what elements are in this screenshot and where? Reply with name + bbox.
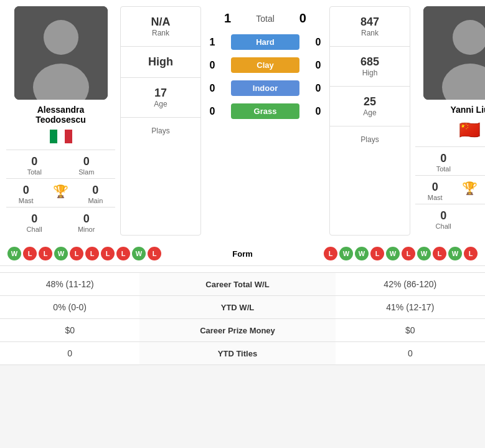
bottom-stats: 48% (11-12)Career Total W/L42% (86-120)0… <box>0 272 485 365</box>
player1-minor-value: 0 <box>83 212 90 226</box>
form-badge-l: L <box>464 247 478 260</box>
player2-avatar <box>423 6 486 100</box>
player1-chall-label: Chall <box>27 226 42 233</box>
form-badge-l: L <box>23 247 37 260</box>
player1-plays-label: Plays <box>127 126 194 135</box>
form-label: Form <box>161 249 324 259</box>
player1-slam-stat: 0 Slam <box>78 155 94 176</box>
match-total-label: Total <box>256 14 275 24</box>
stats-right-value: $0 <box>336 319 485 342</box>
player2-name: Yanni Liu <box>450 105 485 115</box>
form-badge-w: W <box>132 247 146 260</box>
player2-flag: 🇨🇳 <box>459 120 481 140</box>
player2-total-label: Total <box>436 165 451 173</box>
trophy-icon: 🏆 <box>53 184 68 199</box>
stats-center-label: YTD Titles <box>139 342 335 365</box>
stats-center-label: YTD W/L <box>139 296 335 319</box>
player1-slam-label: Slam <box>78 168 94 176</box>
player2-name-flag: Yanni Liu 🇨🇳 <box>450 100 485 144</box>
player1-stat-row-3: 0 Chall 0 Minor <box>6 207 115 236</box>
player1-details: N/A Rank High 17 Age Plays <box>120 6 201 236</box>
match-left-hard: 1 <box>206 37 219 48</box>
player2-rank-box: 847 Rank <box>330 7 410 47</box>
stats-right-value: 0 <box>336 342 485 365</box>
match-right-indoor: 0 <box>312 83 324 94</box>
player2-form-badges: LWWLWLWLWL <box>324 247 478 260</box>
main-container: Alessandra Teodosescu 0 Total <box>0 0 485 365</box>
player1-avatar <box>14 6 108 100</box>
player2-plays-box: Plays <box>330 126 410 153</box>
player1-main-value: 0 <box>92 184 98 197</box>
player1-plays-box: Plays <box>121 118 200 144</box>
form-badge-l: L <box>402 247 415 260</box>
player1-age-box: 17 Age <box>121 78 200 118</box>
match-indoor-row: 0 Indoor 0 <box>206 77 324 100</box>
player2-stat-row-3: 0 Chall 0 Minor <box>415 204 485 232</box>
stats-row: 0% (0-0)YTD W/L41% (12-17) <box>0 296 485 319</box>
player1-high-box: High <box>121 47 200 78</box>
stats-center-label: Career Prize Money <box>139 319 335 342</box>
player1-age-value: 17 <box>127 87 194 100</box>
player1-minor-stat: 0 Minor <box>78 212 95 233</box>
player2-age-label: Age <box>336 108 403 117</box>
form-badge-l: L <box>148 247 161 260</box>
player1-total-label: Total <box>27 168 42 176</box>
match-total-row: 1 Total 0 <box>206 6 324 31</box>
match-left-grass: 0 <box>206 106 219 117</box>
svg-point-1 <box>44 20 78 55</box>
player2-rank-label: Rank <box>336 29 403 37</box>
form-badge-w: W <box>339 247 353 260</box>
player2-age-box: 25 Age <box>330 87 410 126</box>
form-badge-l: L <box>116 247 130 260</box>
player1-total-value: 0 <box>31 155 37 168</box>
form-badge-l: L <box>370 247 384 260</box>
player1-stats: 0 Total 0 Slam 0 Mast 🏆 <box>6 150 115 236</box>
stats-row: 0YTD Titles0 <box>0 342 485 365</box>
trophy-icon-2: 🏆 <box>462 181 478 196</box>
player1-mast-label: Mast <box>19 197 34 204</box>
player2-high-value: 685 <box>336 55 403 69</box>
player1-rank-value: N/A <box>127 16 194 29</box>
stats-left-value: 0 <box>0 342 139 365</box>
player1-chall-value: 0 <box>31 212 37 226</box>
middle-section: N/A Rank High 17 Age Plays 1 <box>115 6 415 236</box>
match-right-clay: 0 <box>312 60 324 71</box>
indoor-badge: Indoor <box>231 80 299 96</box>
match-left-indoor: 0 <box>206 83 219 94</box>
svg-rect-4 <box>57 130 65 143</box>
player2-high-box: 685 High <box>330 47 410 87</box>
player1-form-badges: WLLWLLLLWL <box>7 247 161 260</box>
form-badge-l: L <box>433 247 446 260</box>
form-badge-w: W <box>417 247 431 260</box>
player2-chall-label: Chall <box>436 222 451 230</box>
match-stats: 1 Total 0 1 Hard 0 0 Clay 0 0 <box>204 6 327 236</box>
match-right-total: 0 <box>299 11 306 26</box>
form-badge-w: W <box>7 247 21 260</box>
player2-mast-value: 0 <box>432 181 438 194</box>
stats-row: $0Career Prize Money$0 <box>0 319 485 342</box>
player1-main-label: Main <box>88 197 103 204</box>
hard-badge: Hard <box>231 34 299 50</box>
player2-total-stat: 0 Total <box>436 152 451 173</box>
player2-age-value: 25 <box>336 95 403 108</box>
match-left-total: 1 <box>224 11 231 26</box>
player1-high-value: High <box>127 55 194 69</box>
player2-high-label: High <box>336 69 403 77</box>
player1-trophy-icon: 🏆 <box>53 184 68 204</box>
player2-plays-label: Plays <box>336 135 403 144</box>
match-left-clay: 0 <box>206 60 219 71</box>
player1-name-flag: Alessandra Teodosescu <box>35 100 86 147</box>
player1-main-stat: 0 Main <box>88 184 103 204</box>
player2-card: Yanni Liu 🇨🇳 0 Total 0 Slam <box>415 6 485 236</box>
stats-center-label: Career Total W/L <box>139 273 335 296</box>
player2-total-value: 0 <box>440 152 446 165</box>
match-right-grass: 0 <box>312 106 324 117</box>
player1-rank-box: N/A Rank <box>121 7 200 47</box>
player2-stats: 0 Total 0 Slam 0 Mast 🏆 <box>415 146 485 232</box>
match-grass-row: 0 Grass 0 <box>206 100 324 123</box>
form-badge-l: L <box>85 247 99 260</box>
match-clay-row: 0 Clay 0 <box>206 54 324 77</box>
stats-left-value: $0 <box>0 319 139 342</box>
match-right-hard: 0 <box>312 37 324 48</box>
form-badge-w: W <box>448 247 462 260</box>
